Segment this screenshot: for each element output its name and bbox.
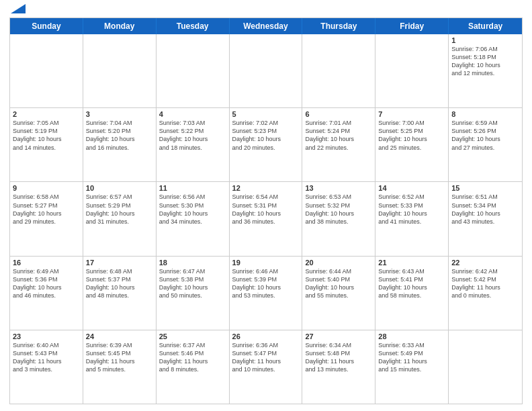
day-detail-text: Sunrise: 6:44 AM Sunset: 5:40 PM Dayligh… xyxy=(305,267,372,300)
day-number: 3 xyxy=(86,110,153,118)
day-cell-28: 28Sunrise: 6:33 AM Sunset: 5:49 PM Dayli… xyxy=(375,330,449,404)
calendar-row-2: 9Sunrise: 6:58 AM Sunset: 5:27 PM Daylig… xyxy=(10,182,522,256)
day-number: 23 xyxy=(13,332,80,340)
day-number: 9 xyxy=(13,184,80,192)
day-detail-text: Sunrise: 6:58 AM Sunset: 5:27 PM Dayligh… xyxy=(13,193,80,226)
day-detail-text: Sunrise: 7:05 AM Sunset: 5:19 PM Dayligh… xyxy=(13,119,80,152)
day-detail-text: Sunrise: 6:59 AM Sunset: 5:26 PM Dayligh… xyxy=(451,119,519,152)
header-cell-friday: Friday xyxy=(375,18,449,34)
day-cell-2: 2Sunrise: 7:05 AM Sunset: 5:19 PM Daylig… xyxy=(10,108,83,181)
day-detail-text: Sunrise: 6:33 AM Sunset: 5:49 PM Dayligh… xyxy=(378,341,445,374)
calendar-body: 1Sunrise: 7:06 AM Sunset: 5:18 PM Daylig… xyxy=(10,34,522,404)
day-detail-text: Sunrise: 6:53 AM Sunset: 5:32 PM Dayligh… xyxy=(305,193,372,226)
day-number: 15 xyxy=(451,184,519,192)
day-number: 17 xyxy=(86,259,153,267)
day-cell-11: 11Sunrise: 6:56 AM Sunset: 5:30 PM Dayli… xyxy=(157,182,230,255)
day-cell-4: 4Sunrise: 7:03 AM Sunset: 5:22 PM Daylig… xyxy=(157,108,230,181)
day-number: 14 xyxy=(378,184,445,192)
day-detail-text: Sunrise: 6:36 AM Sunset: 5:47 PM Dayligh… xyxy=(232,341,300,374)
logo xyxy=(9,9,26,13)
calendar-row-3: 16Sunrise: 6:49 AM Sunset: 5:36 PM Dayli… xyxy=(10,257,522,330)
day-cell-26: 26Sunrise: 6:36 AM Sunset: 5:47 PM Dayli… xyxy=(230,330,303,404)
day-detail-text: Sunrise: 6:37 AM Sunset: 5:46 PM Dayligh… xyxy=(159,341,226,374)
day-detail-text: Sunrise: 7:03 AM Sunset: 5:22 PM Dayligh… xyxy=(159,119,226,152)
day-cell-17: 17Sunrise: 6:48 AM Sunset: 5:37 PM Dayli… xyxy=(83,257,157,330)
day-number: 5 xyxy=(232,110,300,118)
day-number: 16 xyxy=(13,259,80,267)
day-detail-text: Sunrise: 7:02 AM Sunset: 5:23 PM Dayligh… xyxy=(232,119,300,152)
day-detail-text: Sunrise: 6:56 AM Sunset: 5:30 PM Dayligh… xyxy=(159,193,226,226)
day-detail-text: Sunrise: 6:47 AM Sunset: 5:38 PM Dayligh… xyxy=(159,267,226,300)
day-number: 27 xyxy=(305,332,372,340)
day-cell-14: 14Sunrise: 6:52 AM Sunset: 5:33 PM Dayli… xyxy=(375,182,449,255)
calendar-header-row: SundayMondayTuesdayWednesdayThursdayFrid… xyxy=(10,18,522,34)
day-cell-8: 8Sunrise: 6:59 AM Sunset: 5:26 PM Daylig… xyxy=(449,108,522,181)
day-number: 13 xyxy=(305,184,372,192)
day-cell-empty-0-1 xyxy=(83,34,157,107)
header-cell-wednesday: Wednesday xyxy=(230,18,303,34)
day-cell-24: 24Sunrise: 6:39 AM Sunset: 5:45 PM Dayli… xyxy=(83,330,157,404)
header xyxy=(9,7,523,13)
day-number: 21 xyxy=(378,259,445,267)
day-detail-text: Sunrise: 6:57 AM Sunset: 5:29 PM Dayligh… xyxy=(86,193,153,226)
day-cell-empty-0-2 xyxy=(157,34,230,107)
day-number: 12 xyxy=(232,184,300,192)
day-detail-text: Sunrise: 6:52 AM Sunset: 5:33 PM Dayligh… xyxy=(378,193,445,226)
day-cell-12: 12Sunrise: 6:54 AM Sunset: 5:31 PM Dayli… xyxy=(230,182,303,255)
day-cell-5: 5Sunrise: 7:02 AM Sunset: 5:23 PM Daylig… xyxy=(230,108,303,181)
day-detail-text: Sunrise: 6:48 AM Sunset: 5:37 PM Dayligh… xyxy=(86,267,153,300)
calendar: SundayMondayTuesdayWednesdayThursdayFrid… xyxy=(9,17,523,404)
svg-marker-0 xyxy=(11,4,26,13)
day-detail-text: Sunrise: 6:39 AM Sunset: 5:45 PM Dayligh… xyxy=(86,341,153,374)
day-cell-19: 19Sunrise: 6:46 AM Sunset: 5:39 PM Dayli… xyxy=(230,257,303,330)
day-cell-10: 10Sunrise: 6:57 AM Sunset: 5:29 PM Dayli… xyxy=(83,182,157,255)
day-number: 11 xyxy=(159,184,226,192)
day-cell-27: 27Sunrise: 6:34 AM Sunset: 5:48 PM Dayli… xyxy=(302,330,375,404)
day-detail-text: Sunrise: 6:54 AM Sunset: 5:31 PM Dayligh… xyxy=(232,193,300,226)
calendar-row-1: 2Sunrise: 7:05 AM Sunset: 5:19 PM Daylig… xyxy=(10,108,522,182)
day-detail-text: Sunrise: 7:04 AM Sunset: 5:20 PM Dayligh… xyxy=(86,119,153,152)
day-cell-13: 13Sunrise: 6:53 AM Sunset: 5:32 PM Dayli… xyxy=(302,182,375,255)
header-cell-thursday: Thursday xyxy=(302,18,375,34)
day-detail-text: Sunrise: 6:51 AM Sunset: 5:34 PM Dayligh… xyxy=(451,193,519,226)
day-number: 22 xyxy=(451,259,519,267)
day-number: 1 xyxy=(451,36,519,44)
day-cell-23: 23Sunrise: 6:40 AM Sunset: 5:43 PM Dayli… xyxy=(10,330,83,404)
day-number: 2 xyxy=(13,110,80,118)
day-cell-16: 16Sunrise: 6:49 AM Sunset: 5:36 PM Dayli… xyxy=(10,257,83,330)
day-cell-18: 18Sunrise: 6:47 AM Sunset: 5:38 PM Dayli… xyxy=(157,257,230,330)
day-number: 10 xyxy=(86,184,153,192)
day-number: 25 xyxy=(159,332,226,340)
day-detail-text: Sunrise: 6:43 AM Sunset: 5:41 PM Dayligh… xyxy=(378,267,445,300)
day-detail-text: Sunrise: 6:49 AM Sunset: 5:36 PM Dayligh… xyxy=(13,267,80,300)
day-cell-21: 21Sunrise: 6:43 AM Sunset: 5:41 PM Dayli… xyxy=(375,257,449,330)
day-cell-15: 15Sunrise: 6:51 AM Sunset: 5:34 PM Dayli… xyxy=(449,182,522,255)
day-detail-text: Sunrise: 7:01 AM Sunset: 5:24 PM Dayligh… xyxy=(305,119,372,152)
day-cell-20: 20Sunrise: 6:44 AM Sunset: 5:40 PM Dayli… xyxy=(302,257,375,330)
day-cell-7: 7Sunrise: 7:00 AM Sunset: 5:25 PM Daylig… xyxy=(375,108,449,181)
day-number: 28 xyxy=(378,332,445,340)
day-detail-text: Sunrise: 7:06 AM Sunset: 5:18 PM Dayligh… xyxy=(451,45,519,78)
day-number: 26 xyxy=(232,332,300,340)
day-cell-empty-0-4 xyxy=(302,34,375,107)
day-number: 4 xyxy=(159,110,226,118)
calendar-row-4: 23Sunrise: 6:40 AM Sunset: 5:43 PM Dayli… xyxy=(10,330,522,404)
day-cell-empty-0-5 xyxy=(375,34,449,107)
day-cell-22: 22Sunrise: 6:42 AM Sunset: 5:42 PM Dayli… xyxy=(449,257,522,330)
day-cell-3: 3Sunrise: 7:04 AM Sunset: 5:20 PM Daylig… xyxy=(83,108,157,181)
day-detail-text: Sunrise: 7:00 AM Sunset: 5:25 PM Dayligh… xyxy=(378,119,445,152)
day-cell-6: 6Sunrise: 7:01 AM Sunset: 5:24 PM Daylig… xyxy=(302,108,375,181)
day-cell-9: 9Sunrise: 6:58 AM Sunset: 5:27 PM Daylig… xyxy=(10,182,83,255)
day-number: 6 xyxy=(305,110,372,118)
day-number: 20 xyxy=(305,259,372,267)
day-cell-empty-0-3 xyxy=(230,34,303,107)
day-cell-1: 1Sunrise: 7:06 AM Sunset: 5:18 PM Daylig… xyxy=(449,34,522,107)
day-cell-empty-4-6 xyxy=(449,330,522,404)
page: SundayMondayTuesdayWednesdayThursdayFrid… xyxy=(0,0,532,411)
day-cell-25: 25Sunrise: 6:37 AM Sunset: 5:46 PM Dayli… xyxy=(157,330,230,404)
header-cell-tuesday: Tuesday xyxy=(157,18,230,34)
day-number: 7 xyxy=(378,110,445,118)
day-detail-text: Sunrise: 6:42 AM Sunset: 5:42 PM Dayligh… xyxy=(451,267,519,300)
day-detail-text: Sunrise: 6:46 AM Sunset: 5:39 PM Dayligh… xyxy=(232,267,300,300)
day-number: 8 xyxy=(451,110,519,118)
